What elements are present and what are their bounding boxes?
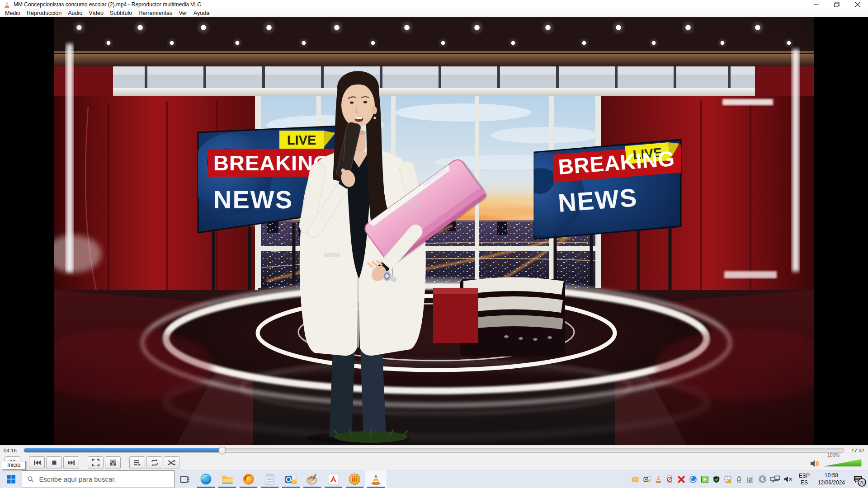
video-area: LIVE BREAKING NEWS LIVE BREAKING NEWS — [0, 17, 868, 445]
firefox-icon — [242, 473, 255, 485]
gold-circle-app-icon — [349, 473, 361, 485]
taskbar-app-notepad[interactable] — [259, 470, 280, 488]
previous-icon — [33, 459, 41, 466]
title-bar: MM Concepcionistas concurso escolar (2).… — [0, 0, 868, 9]
edge-icon — [200, 473, 212, 485]
playlist-button[interactable] — [129, 456, 145, 469]
shield-warning-icon[interactable] — [724, 475, 732, 483]
language-indicator[interactable]: ESP ES — [797, 473, 812, 486]
seek-bar[interactable] — [24, 448, 844, 453]
volume-muted-icon[interactable] — [784, 475, 793, 483]
taskbar-app-gold-circle[interactable] — [344, 470, 365, 488]
system-tray: ESP ES 10:58 12/06/2024 20 — [631, 470, 868, 488]
outlook-tray-icon[interactable] — [643, 475, 651, 483]
menu-herramientas[interactable]: Herramientas — [135, 10, 175, 16]
hidden-icons-chevron-icon[interactable] — [758, 475, 767, 483]
taskbar: ESP ES 10:58 12/06/2024 20 — [0, 470, 868, 488]
file-explorer-icon — [222, 474, 233, 485]
menu-video[interactable]: Vídeo — [85, 10, 107, 16]
red-x-icon[interactable] — [677, 475, 685, 483]
notification-badge: 20 — [858, 478, 866, 487]
loop-button[interactable] — [146, 456, 162, 469]
network-icon[interactable] — [770, 475, 780, 483]
vlc-tray-icon[interactable] — [655, 475, 662, 483]
random-button[interactable] — [164, 456, 179, 469]
clock[interactable]: 10:58 12/06/2024 — [816, 472, 847, 486]
volume-percent-label: 100% — [827, 452, 840, 458]
search-icon — [27, 475, 34, 483]
updater-icon[interactable] — [746, 475, 755, 483]
vlc-icon — [370, 473, 382, 485]
fullscreen-icon — [92, 459, 99, 466]
seek-knob[interactable] — [218, 446, 226, 454]
restore-button[interactable] — [826, 0, 847, 9]
loop-icon — [151, 459, 159, 466]
menu-medio[interactable]: Medio — [2, 10, 24, 16]
fullscreen-button[interactable] — [88, 456, 104, 469]
notepad-icon — [264, 474, 275, 485]
taskbar-app-edge[interactable] — [195, 470, 217, 488]
player-controls: Inicio 100% — [0, 455, 868, 470]
menu-reproduccion[interactable]: Reproducción — [24, 10, 65, 16]
blocked-file-icon[interactable] — [666, 475, 674, 483]
task-view-button[interactable] — [175, 470, 195, 488]
outlook-icon — [285, 474, 297, 485]
playlist-icon — [133, 459, 141, 466]
vignette — [54, 17, 814, 445]
taskbar-app-vlc[interactable] — [365, 470, 387, 488]
search-input[interactable] — [38, 475, 169, 483]
minimize-icon — [814, 2, 819, 7]
next-icon — [67, 459, 75, 466]
vlc-cone-icon — [4, 1, 10, 8]
stop-button[interactable] — [46, 456, 62, 469]
date: 12/06/2024 — [818, 479, 845, 487]
shield-check-icon[interactable] — [712, 475, 720, 483]
taskbar-app-paint[interactable] — [302, 470, 323, 488]
menu-audio[interactable]: Audio — [65, 10, 85, 16]
seek-fill — [24, 448, 222, 452]
close-icon — [855, 2, 860, 7]
total-time: 17:37 — [849, 448, 864, 453]
blue-circle-icon[interactable] — [689, 475, 697, 483]
task-view-icon — [179, 474, 190, 484]
minimize-button[interactable] — [806, 0, 826, 9]
elapsed-time: 04:16 — [4, 448, 19, 453]
random-icon — [168, 459, 176, 466]
restore-icon — [834, 2, 840, 7]
tooltip: Inicio — [2, 461, 26, 469]
acrobat-icon — [328, 474, 339, 485]
next-button[interactable] — [63, 456, 79, 469]
taskbar-app-file-explorer[interactable] — [217, 470, 238, 488]
close-button[interactable] — [847, 0, 868, 9]
stop-icon — [51, 459, 58, 466]
extended-settings-button[interactable] — [105, 456, 121, 469]
taskbar-app-firefox[interactable] — [238, 470, 259, 488]
taskbar-search[interactable] — [22, 470, 175, 488]
video-display[interactable]: LIVE BREAKING NEWS LIVE BREAKING NEWS — [54, 17, 814, 445]
time: 10:58 — [818, 472, 845, 479]
seek-row: 04:16 17:37 — [0, 445, 868, 455]
menu-ayuda[interactable]: Ayuda — [190, 10, 212, 16]
menu-ver[interactable]: Ver — [175, 10, 190, 16]
taskbar-app-outlook[interactable] — [280, 470, 302, 488]
windows-start-icon — [7, 475, 15, 483]
language-bottom: ES — [799, 479, 810, 486]
speaker-icon[interactable] — [810, 460, 820, 467]
volume-control: 100% — [810, 455, 863, 470]
notification-center-button[interactable]: 20 — [851, 470, 866, 488]
usb-icon[interactable] — [736, 475, 743, 483]
start-button[interactable] — [0, 470, 22, 488]
envelope-icon[interactable] — [631, 475, 639, 483]
previous-button[interactable] — [29, 456, 45, 469]
window-title: MM Concepcionistas concurso escolar (2).… — [14, 1, 201, 8]
language-top: ESP — [799, 473, 810, 479]
green-player-icon[interactable] — [701, 475, 709, 483]
paint-icon — [306, 474, 318, 485]
taskbar-app-acrobat[interactable] — [323, 470, 344, 488]
equalizer-icon — [109, 459, 117, 466]
menu-subtitulo[interactable]: Subtítulo — [107, 10, 135, 16]
news-studio-scene: LIVE BREAKING NEWS LIVE BREAKING NEWS — [54, 17, 814, 445]
menu-bar: Medio Reproducción Audio Vídeo Subtítulo… — [0, 9, 868, 17]
